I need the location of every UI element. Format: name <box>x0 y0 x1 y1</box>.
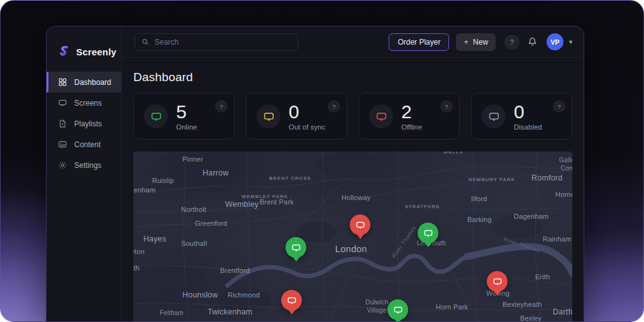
map-place-label: London <box>335 244 367 254</box>
stat-help-badge[interactable]: ? <box>328 100 340 113</box>
map-place-label: Richmond <box>228 291 260 299</box>
map-place-label: Gallows Corner <box>559 157 572 172</box>
stat-card-offline: 2Offline? <box>358 93 460 140</box>
stat-label: Disabled <box>514 123 542 131</box>
stat-help-badge[interactable]: ? <box>215 100 228 113</box>
page-background: Screenly DashboardScreensPlaylistsConten… <box>0 0 644 322</box>
stat-value: 5 <box>176 103 197 121</box>
gear-icon <box>58 160 67 170</box>
search-box[interactable] <box>135 33 298 51</box>
sidebar-item-playlists[interactable]: Playlists <box>47 113 121 134</box>
map-place-label: Brentford <box>220 267 250 274</box>
map-place-label: Northolt <box>181 206 206 213</box>
new-button-label: New <box>473 38 488 47</box>
stat-value: 2 <box>401 103 422 121</box>
map-place-label: Wembley <box>225 200 258 209</box>
screen-icon <box>58 98 67 108</box>
stat-value: 0 <box>289 103 325 121</box>
screen-marker-online[interactable] <box>387 299 408 320</box>
stat-label: Out of sync <box>289 123 325 131</box>
stat-value: 0 <box>514 103 542 121</box>
sidebar-nav: DashboardScreensPlaylistsContentSettings <box>47 72 121 175</box>
map-place-label: Dartford <box>553 308 572 316</box>
map-place-label: North <box>133 264 140 272</box>
map-place-label: Feltham <box>160 309 184 318</box>
map-place-label: Hounslow <box>182 291 218 299</box>
map-place-label: Horn Park <box>436 303 468 311</box>
map-place-label: Barking <box>467 216 492 223</box>
content-image-icon <box>58 140 67 149</box>
map-place-label: Dagenham <box>514 213 548 220</box>
page-title: Dashboard <box>133 70 572 84</box>
screen-marker-offline[interactable] <box>487 271 508 292</box>
screen-marker-offline[interactable] <box>350 214 370 235</box>
main-content: Dashboard 5Online?0Out of sync?2Offline?… <box>122 58 584 322</box>
sidebar-item-label: Dashboard <box>74 78 111 87</box>
map[interactable]: PinnerHarrowRuislipIckenhamBRENT CROSSWE… <box>133 152 572 322</box>
stat-label: Online <box>176 123 197 131</box>
stat-cards: 5Online?0Out of sync?2Offline?0Disabled? <box>133 93 572 140</box>
screen-marker-online[interactable] <box>418 223 438 243</box>
help-button[interactable]: ? <box>504 35 519 50</box>
map-place-label: Hornchurch <box>555 191 572 198</box>
map-place-label: BRENT CROSS <box>269 175 311 181</box>
map-place-label: NEWBURY PARK <box>469 177 515 182</box>
app-window: Screenly DashboardScreensPlaylistsConten… <box>46 26 584 322</box>
order-player-button[interactable]: Order Player <box>389 33 449 51</box>
stat-help-badge[interactable]: ? <box>440 100 453 113</box>
new-button[interactable]: + New <box>456 33 496 51</box>
map-place-label: Erith <box>535 273 550 280</box>
sidebar-item-screens[interactable]: Screens <box>47 92 121 113</box>
map-place-label: Pinner <box>182 155 203 163</box>
map-place-label: WELLS <box>443 152 464 155</box>
sidebar-item-label: Settings <box>74 161 101 170</box>
stat-card-out-of-sync: 0Out of sync? <box>246 93 347 140</box>
stat-card-disabled: 0Disabled? <box>471 93 572 140</box>
chevron-down-icon[interactable]: ▼ <box>568 39 574 45</box>
search-icon <box>142 38 149 46</box>
stat-card-online: 5Online? <box>133 93 235 140</box>
map-place-label: Hayes <box>143 235 166 243</box>
sidebar-item-label: Playlists <box>74 119 102 128</box>
map-place-label: Ilford <box>471 195 487 203</box>
avatar[interactable]: VP <box>547 33 564 50</box>
playlist-icon <box>58 119 67 128</box>
plus-icon: + <box>464 37 469 47</box>
screen-status-icon <box>144 104 168 128</box>
map-place-label: Ickenham <box>133 186 155 194</box>
map-place-label: Southall <box>181 240 207 247</box>
sidebar-item-label: Content <box>74 140 101 149</box>
screenly-s-icon <box>57 45 71 58</box>
map-place-label: Ruislip <box>152 177 174 184</box>
stat-help-badge[interactable]: ? <box>553 100 565 113</box>
map-place-label: Holloway <box>341 194 370 201</box>
map-place-label: Brent Park <box>260 198 294 206</box>
map-place-label: Rainham <box>543 235 571 243</box>
sidebar-item-content[interactable]: Content <box>47 134 121 155</box>
map-place-label: STRATFORD <box>405 204 440 209</box>
screen-status-icon <box>482 104 506 128</box>
sidebar-item-settings[interactable]: Settings <box>47 155 121 175</box>
dashboard-grid-icon <box>58 77 67 87</box>
map-place-label: Drayton <box>133 248 145 255</box>
sidebar-item-dashboard[interactable]: Dashboard <box>47 72 121 92</box>
search-input[interactable] <box>155 38 291 47</box>
map-place-label: Greenford <box>195 219 227 227</box>
screen-status-icon <box>257 104 280 128</box>
map-place-label: Romford <box>531 174 562 182</box>
map-place-label: Harrow <box>203 169 228 177</box>
map-place-label: Twickenham <box>208 308 252 316</box>
stat-label: Offline <box>401 123 422 131</box>
screen-marker-offline[interactable] <box>281 290 302 311</box>
map-place-label: Bexleyheath <box>502 301 542 308</box>
screen-marker-online[interactable] <box>286 237 306 258</box>
brand-logo[interactable]: Screenly <box>47 26 121 64</box>
sidebar-item-label: Screens <box>74 99 102 108</box>
map-place-label: Bexley <box>520 314 541 322</box>
map-place-label: Dulwich Village <box>365 299 388 314</box>
sidebar: Screenly DashboardScreensPlaylistsConten… <box>47 26 122 322</box>
topbar: Order Player + New ? VP ▼ <box>122 26 584 58</box>
screen-status-icon <box>369 104 393 128</box>
bell-icon[interactable] <box>527 36 538 47</box>
brand-name: Screenly <box>76 47 116 57</box>
